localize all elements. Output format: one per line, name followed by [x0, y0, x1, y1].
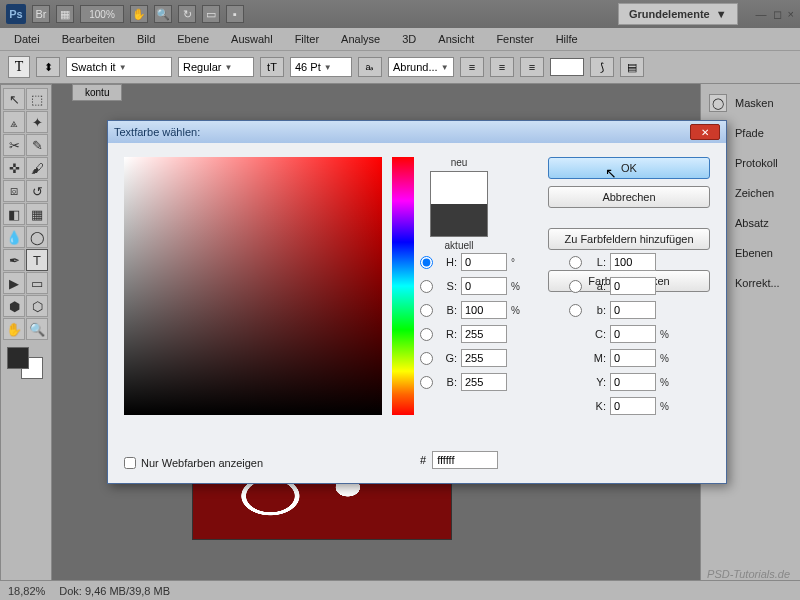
color-preview[interactable]: [430, 171, 488, 237]
menu-3d[interactable]: 3D: [392, 30, 426, 48]
bridge-button[interactable]: Br: [32, 5, 50, 23]
close-button[interactable]: ×: [788, 8, 794, 21]
m-input[interactable]: [610, 349, 656, 367]
sat-radio[interactable]: [420, 280, 433, 293]
bb-input[interactable]: [461, 373, 507, 391]
panel-masks[interactable]: ◯Masken: [705, 88, 796, 118]
path-select-tool[interactable]: ▶: [3, 272, 25, 294]
status-bar: 18,82% Dok: 9,46 MB/39,8 MB: [0, 580, 800, 600]
arrange-button[interactable]: ▦: [56, 5, 74, 23]
align-center-button[interactable]: ≡: [490, 57, 514, 77]
y-input[interactable]: [610, 373, 656, 391]
antialias-value: Abrund...: [393, 61, 438, 73]
l-radio[interactable]: [569, 256, 582, 269]
menu-hilfe[interactable]: Hilfe: [546, 30, 588, 48]
type-tool[interactable]: T: [26, 249, 48, 271]
menu-auswahl[interactable]: Auswahl: [221, 30, 283, 48]
font-family-combo[interactable]: Swatch it▼: [66, 57, 172, 77]
lab-b-input[interactable]: [610, 301, 656, 319]
dodge-tool[interactable]: ◯: [26, 226, 48, 248]
stamp-tool[interactable]: ⧇: [3, 180, 25, 202]
rotate-shortcut[interactable]: ↻: [178, 5, 196, 23]
brush-tool[interactable]: 🖌: [26, 157, 48, 179]
lab-b-radio[interactable]: [569, 304, 582, 317]
warp-button[interactable]: ⟆: [590, 57, 614, 77]
m-unit: %: [660, 353, 674, 364]
extras-button[interactable]: ▪: [226, 5, 244, 23]
menu-ebene[interactable]: Ebene: [167, 30, 219, 48]
l-input[interactable]: [610, 253, 656, 271]
bb-radio[interactable]: [420, 376, 433, 389]
zoom-shortcut[interactable]: 🔍: [154, 5, 172, 23]
wand-tool[interactable]: ✦: [26, 111, 48, 133]
add-swatch-button[interactable]: Zu Farbfeldern hinzufügen: [548, 228, 710, 250]
orientation-button[interactable]: ⬍: [36, 57, 60, 77]
font-style-combo[interactable]: Regular▼: [178, 57, 254, 77]
lasso-tool[interactable]: ⟁: [3, 111, 25, 133]
k-input[interactable]: [610, 397, 656, 415]
dialog-titlebar[interactable]: Textfarbe wählen: ✕: [108, 121, 726, 143]
heal-tool[interactable]: ✜: [3, 157, 25, 179]
hex-input[interactable]: [432, 451, 498, 469]
workspace-switcher[interactable]: Grundelemente▼: [618, 3, 738, 25]
move-tool[interactable]: ↖: [3, 88, 25, 110]
blur-tool[interactable]: 💧: [3, 226, 25, 248]
color-swatches[interactable]: [3, 345, 47, 381]
pen-tool[interactable]: ✒: [3, 249, 25, 271]
menu-filter[interactable]: Filter: [285, 30, 329, 48]
gradient-tool[interactable]: ▦: [26, 203, 48, 225]
a-radio[interactable]: [569, 280, 582, 293]
r-radio[interactable]: [420, 328, 433, 341]
h-input[interactable]: [461, 253, 507, 271]
minimize-button[interactable]: —: [756, 8, 767, 21]
c-input[interactable]: [610, 325, 656, 343]
r-input[interactable]: [461, 325, 507, 343]
menu-ansicht[interactable]: Ansicht: [428, 30, 484, 48]
document-tab[interactable]: kontu: [72, 84, 122, 101]
eraser-tool[interactable]: ◧: [3, 203, 25, 225]
3d-tool[interactable]: ⬢: [3, 295, 25, 317]
g-input[interactable]: [461, 349, 507, 367]
size-icon: tT: [260, 57, 284, 77]
saturation-value-picker[interactable]: [124, 157, 382, 415]
antialias-combo[interactable]: Abrund...▼: [388, 57, 454, 77]
text-color-swatch[interactable]: [550, 58, 584, 76]
hue-radio[interactable]: [420, 256, 433, 269]
zoom-tool[interactable]: 🔍: [26, 318, 48, 340]
b-input[interactable]: [461, 301, 507, 319]
web-colors-checkbox[interactable]: [124, 457, 136, 469]
hue-slider[interactable]: [392, 157, 414, 415]
hand-shortcut[interactable]: ✋: [130, 5, 148, 23]
history-brush-tool[interactable]: ↺: [26, 180, 48, 202]
crop-tool[interactable]: ✂: [3, 134, 25, 156]
align-left-button[interactable]: ≡: [460, 57, 484, 77]
zoom-readout[interactable]: 18,82%: [8, 585, 45, 597]
k-label: K:: [588, 400, 606, 412]
maximize-button[interactable]: ◻: [773, 8, 782, 21]
menu-datei[interactable]: Datei: [4, 30, 50, 48]
menu-bearbeiten[interactable]: Bearbeiten: [52, 30, 125, 48]
character-panel-button[interactable]: ▤: [620, 57, 644, 77]
zoom-level-button[interactable]: 100%: [80, 5, 124, 23]
bri-radio[interactable]: [420, 304, 433, 317]
shape-tool[interactable]: ▭: [26, 272, 48, 294]
l-label: L:: [588, 256, 606, 268]
menu-fenster[interactable]: Fenster: [486, 30, 543, 48]
screen-mode-button[interactable]: ▭: [202, 5, 220, 23]
ok-button[interactable]: OK: [548, 157, 710, 179]
g-radio[interactable]: [420, 352, 433, 365]
3d-camera-tool[interactable]: ⬡: [26, 295, 48, 317]
align-right-button[interactable]: ≡: [520, 57, 544, 77]
hand-tool[interactable]: ✋: [3, 318, 25, 340]
g-label: G:: [439, 352, 457, 364]
cancel-button[interactable]: Abbrechen: [548, 186, 710, 208]
eyedropper-tool[interactable]: ✎: [26, 134, 48, 156]
menu-bild[interactable]: Bild: [127, 30, 165, 48]
font-size-combo[interactable]: 46 Pt▼: [290, 57, 352, 77]
foreground-color[interactable]: [7, 347, 29, 369]
a-input[interactable]: [610, 277, 656, 295]
dialog-close-button[interactable]: ✕: [690, 124, 720, 140]
s-input[interactable]: [461, 277, 507, 295]
menu-analyse[interactable]: Analyse: [331, 30, 390, 48]
marquee-tool[interactable]: ⬚: [26, 88, 48, 110]
